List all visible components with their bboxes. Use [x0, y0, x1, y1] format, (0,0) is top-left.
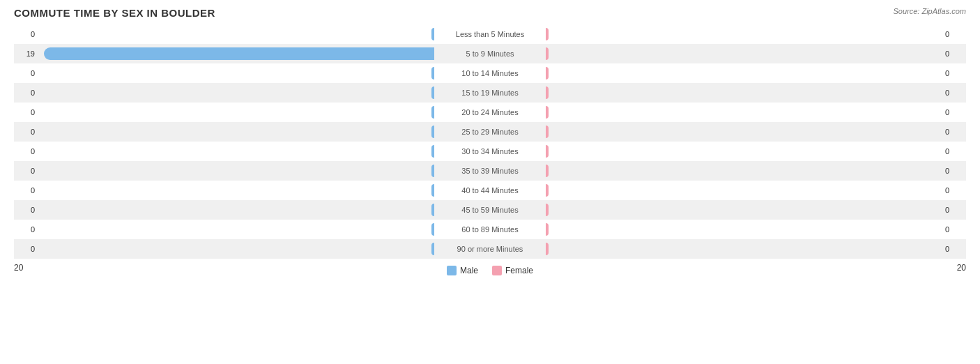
chart-title: COMMUTE TIME BY SEX IN BOULDER: [14, 7, 966, 19]
chart-container: COMMUTE TIME BY SEX IN BOULDER Source: Z…: [0, 0, 980, 364]
table-row: 0 60 to 89 Minutes 0: [14, 220, 966, 239]
female-bar-container: [546, 223, 945, 236]
male-value: 0: [14, 245, 35, 253]
male-value: 0: [14, 89, 35, 97]
male-bar-container: [35, 223, 434, 236]
legend-item-male: Male: [447, 266, 478, 275]
male-bar: [44, 47, 434, 60]
row-label: 45 to 59 Minutes: [434, 206, 546, 214]
row-label: 10 to 14 Minutes: [434, 69, 546, 77]
male-value: 0: [14, 206, 35, 214]
female-bar-container: [546, 67, 945, 79]
male-value: 0: [14, 69, 35, 77]
female-bar: [546, 165, 549, 177]
table-row: 0 45 to 59 Minutes 0: [14, 200, 966, 220]
female-bar-container: [546, 243, 945, 255]
male-value: 19: [14, 50, 35, 58]
female-bar: [546, 106, 549, 119]
table-row: 19 5 to 9 Minutes 0: [14, 44, 966, 63]
chart-rows: 0 Less than 5 Minutes 0 19 5 to 9 Minute…: [14, 24, 966, 259]
male-bar-container: [35, 165, 434, 177]
row-label: Less than 5 Minutes: [434, 30, 546, 38]
female-value: 0: [945, 50, 966, 58]
table-row: 0 35 to 39 Minutes 0: [14, 161, 966, 181]
female-value: 0: [945, 128, 966, 136]
axis-label-right: 20: [957, 263, 966, 275]
male-bar-container: [35, 28, 434, 40]
row-label: 40 to 44 Minutes: [434, 186, 546, 195]
female-bar: [546, 223, 549, 236]
female-bar: [546, 67, 549, 79]
legend-item-female: Female: [492, 266, 533, 275]
female-bar: [546, 126, 549, 138]
female-value: 0: [945, 245, 966, 253]
female-value: 0: [945, 167, 966, 175]
female-value: 0: [945, 206, 966, 214]
female-bar: [546, 243, 549, 255]
female-value: 0: [945, 186, 966, 195]
male-value: 0: [14, 167, 35, 175]
row-label: 60 to 89 Minutes: [434, 225, 546, 234]
table-row: 0 20 to 24 Minutes 0: [14, 103, 966, 122]
table-row: 0 10 to 14 Minutes 0: [14, 63, 966, 83]
table-row: 0 90 or more Minutes 0: [14, 239, 966, 259]
female-value: 0: [945, 147, 966, 156]
female-value: 0: [945, 69, 966, 77]
male-value: 0: [14, 225, 35, 234]
legend: Male Female: [447, 266, 533, 275]
female-bar: [546, 86, 549, 99]
male-bar-container: [35, 47, 434, 60]
row-label: 5 to 9 Minutes: [434, 50, 546, 58]
male-value: 0: [14, 147, 35, 156]
female-value: 0: [945, 225, 966, 234]
male-value: 0: [14, 108, 35, 116]
female-bar-container: [546, 184, 945, 197]
male-value: 0: [14, 30, 35, 38]
bottom-axis: 20 Male Female 20: [14, 263, 966, 275]
table-row: 0 30 to 34 Minutes 0: [14, 142, 966, 161]
male-bar-container: [35, 243, 434, 255]
female-bar-container: [546, 86, 945, 99]
female-value: 0: [945, 89, 966, 97]
legend-male-box: [447, 266, 457, 275]
row-label: 90 or more Minutes: [434, 245, 546, 253]
female-bar-container: [546, 106, 945, 119]
male-bar-container: [35, 145, 434, 158]
female-bar: [546, 47, 549, 60]
male-bar-container: [35, 106, 434, 119]
male-bar-container: [35, 126, 434, 138]
female-value: 0: [945, 30, 966, 38]
legend-female-box: [492, 266, 502, 275]
female-bar: [546, 145, 549, 158]
female-bar-container: [546, 47, 945, 60]
table-row: 0 Less than 5 Minutes 0: [14, 24, 966, 44]
legend-female-label: Female: [505, 266, 533, 275]
table-row: 0 25 to 29 Minutes 0: [14, 122, 966, 142]
axis-label-left: 20: [14, 263, 23, 275]
female-bar: [546, 28, 549, 40]
table-row: 0 40 to 44 Minutes 0: [14, 181, 966, 200]
male-bar-container: [35, 204, 434, 216]
female-bar-container: [546, 28, 945, 40]
male-value: 0: [14, 186, 35, 195]
row-label: 15 to 19 Minutes: [434, 89, 546, 97]
female-bar-container: [546, 126, 945, 138]
table-row: 0 15 to 19 Minutes 0: [14, 83, 966, 103]
female-bar-container: [546, 204, 945, 216]
male-value: 0: [14, 128, 35, 136]
legend-male-label: Male: [460, 266, 478, 275]
female-bar: [546, 204, 549, 216]
row-label: 30 to 34 Minutes: [434, 147, 546, 156]
female-value: 0: [945, 108, 966, 116]
female-bar: [546, 184, 549, 197]
source-text: Source: ZipAtlas.com: [893, 7, 966, 15]
row-label: 20 to 24 Minutes: [434, 108, 546, 116]
female-bar-container: [546, 145, 945, 158]
row-label: 35 to 39 Minutes: [434, 167, 546, 175]
male-bar-container: [35, 86, 434, 99]
row-label: 25 to 29 Minutes: [434, 128, 546, 136]
female-bar-container: [546, 165, 945, 177]
male-bar-container: [35, 67, 434, 79]
male-bar-container: [35, 184, 434, 197]
